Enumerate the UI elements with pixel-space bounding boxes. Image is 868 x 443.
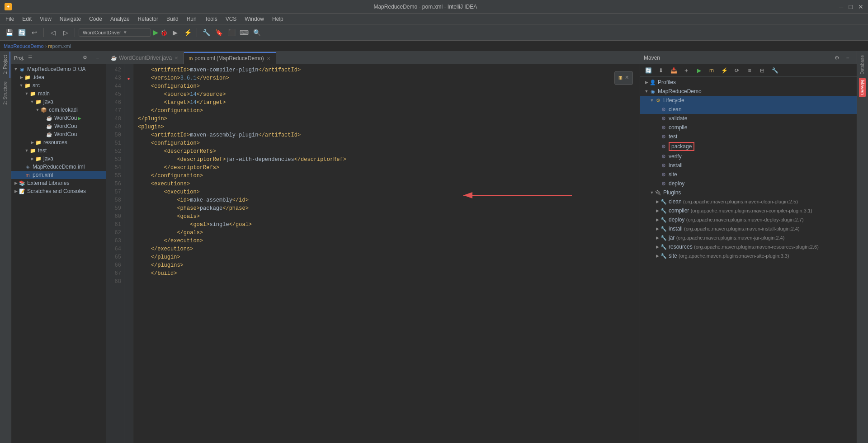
- forward-button[interactable]: ▷: [60, 27, 71, 38]
- back-button[interactable]: ◁: [47, 27, 58, 38]
- maven-compile[interactable]: ⚙ compile: [640, 123, 857, 132]
- bookmark-button[interactable]: 🔖: [213, 27, 224, 38]
- titlebar-controls[interactable]: ─ □ ✕: [839, 3, 863, 10]
- menu-analyze[interactable]: Analyze: [107, 15, 133, 23]
- maven-deploy[interactable]: ⚙ deploy: [640, 179, 857, 188]
- maven-m-button[interactable]: m: [706, 65, 717, 76]
- menu-code[interactable]: Code: [85, 15, 106, 23]
- maven-plugins[interactable]: ▼ 🔌 Plugins: [640, 188, 857, 197]
- maven-lifecycle[interactable]: ▼ ⚙ Lifecycle: [640, 96, 857, 105]
- menu-build[interactable]: Build: [163, 15, 182, 23]
- vtab-maven[interactable]: Maven: [859, 78, 866, 97]
- menu-window[interactable]: Window: [241, 15, 268, 23]
- maven-generate-button[interactable]: ⟳: [731, 65, 742, 76]
- menu-run[interactable]: Run: [183, 15, 200, 23]
- menu-edit[interactable]: Edit: [19, 15, 35, 23]
- menu-view[interactable]: View: [36, 15, 55, 23]
- breadcrumb-file[interactable]: pom.xml: [52, 43, 71, 49]
- vtab-structure[interactable]: 2: Structure: [1, 78, 10, 108]
- maven-run-button[interactable]: ▶: [693, 65, 704, 76]
- menu-help[interactable]: Help: [269, 15, 287, 23]
- menu-file[interactable]: File: [2, 15, 18, 23]
- debug-button[interactable]: 🐞: [160, 29, 168, 36]
- maven-validate[interactable]: ⚙ validate: [640, 114, 857, 123]
- sidebar-settings-button[interactable]: ⚙: [80, 52, 90, 63]
- run-config-selector[interactable]: WordCountDriver ▼: [79, 28, 151, 37]
- tree-item-resources[interactable]: ▶ 📁 resources: [11, 138, 106, 146]
- tree-item-idea[interactable]: ▶ 📁 .idea: [11, 73, 106, 81]
- settings-button[interactable]: 🔧: [201, 27, 212, 38]
- menu-vcs[interactable]: VCS: [222, 15, 241, 23]
- maven-plugin-compiler[interactable]: ▶ 🔧 compiler (org.apache.maven.plugins:m…: [640, 206, 857, 215]
- maven-package[interactable]: ⚙ package: [640, 141, 857, 152]
- maven-plugin-site[interactable]: ▶ 🔧 site (org.apache.maven.plugins:maven…: [640, 251, 857, 260]
- tree-item-main[interactable]: ▼ 📁 main: [11, 90, 106, 98]
- maximize-button[interactable]: □: [849, 3, 853, 10]
- minimize-button[interactable]: ─: [839, 3, 844, 10]
- sync-button[interactable]: 🔄: [16, 27, 27, 38]
- maven-profiles[interactable]: ▶ 👤 Profiles: [640, 78, 857, 87]
- menu-refactor[interactable]: Refactor: [134, 15, 162, 23]
- coverage-button[interactable]: ▶̲: [170, 27, 180, 38]
- tree-item-java-1[interactable]: ☕ WordCou ▶: [11, 114, 106, 122]
- vtab-project[interactable]: 1: Project: [1, 52, 10, 78]
- tree-item-ext-libs[interactable]: ▶ 📚 External Libraries: [11, 179, 106, 187]
- maven-import-button[interactable]: 📥: [668, 65, 679, 76]
- maven-arrow: ▼: [644, 89, 649, 94]
- vtab-database[interactable]: Database: [858, 52, 868, 78]
- maven-plugin-jar[interactable]: ▶ 🔧 jar (org.apache.maven.plugins:maven-…: [640, 233, 857, 242]
- maven-add-button[interactable]: +: [681, 65, 692, 76]
- maven-wrench-button[interactable]: 🔧: [769, 65, 780, 76]
- tree-item-pom[interactable]: m pom.xml: [11, 171, 106, 179]
- menu-tools[interactable]: Tools: [201, 15, 221, 23]
- maven-collapse-all-button[interactable]: ⊟: [757, 65, 768, 76]
- maven-collapse-button[interactable]: −: [842, 52, 853, 63]
- titlebar-left: ✦: [5, 3, 12, 10]
- run-button[interactable]: ▶: [153, 28, 158, 37]
- tree-item-iml[interactable]: ◈ MapReduceDemo.iml: [11, 163, 106, 171]
- maven-test[interactable]: ⚙ test: [640, 132, 857, 141]
- breadcrumb-project[interactable]: MapReduceDemo: [4, 43, 44, 49]
- toolbar-separator-1: [43, 28, 44, 37]
- tab-close-pom[interactable]: ✕: [266, 56, 271, 61]
- menu-navigate[interactable]: Navigate: [56, 15, 85, 23]
- tab-pom[interactable]: m pom.xml (MapReduceDemo) ✕: [184, 52, 276, 64]
- hint-close[interactable]: ×: [625, 73, 629, 83]
- tree-item-scratches[interactable]: ▶ 📝 Scratches and Consoles: [11, 187, 106, 195]
- maven-plugin-resources[interactable]: ▶ 🔧 resources (org.apache.maven.plugins:…: [640, 242, 857, 251]
- sidebar-collapse-button[interactable]: −: [92, 52, 103, 63]
- maven-plugin-clean[interactable]: ▶ 🔧 clean (org.apache.maven.plugins:mave…: [640, 197, 857, 206]
- code-editor[interactable]: <artifactId>maven-compiler-plugin</artif…: [133, 64, 640, 443]
- tree-item-java-3[interactable]: ☕ WordCou: [11, 130, 106, 138]
- maven-plugin-deploy[interactable]: ▶ 🔧 deploy (org.apache.maven.plugins:mav…: [640, 215, 857, 224]
- maven-project[interactable]: ▼ ◉ MapReduceDemo: [640, 87, 857, 96]
- plugin-folder-icon: 🔧: [660, 225, 667, 232]
- tree-item-java-test[interactable]: ▶ 📁 java: [11, 155, 106, 163]
- tree-item-src[interactable]: ▼ 📁 src: [11, 81, 106, 90]
- tree-item-package[interactable]: ▼ 📦 com.leokadi: [11, 106, 106, 114]
- hint-popup[interactable]: m ×: [614, 71, 633, 85]
- profile-button[interactable]: ⚡: [182, 27, 193, 38]
- tree-item-root[interactable]: ▼ ◉ MapReduceDemo D:\JA: [11, 65, 106, 73]
- tree-item-test[interactable]: ▼ 📁 test: [11, 146, 106, 155]
- undo-button[interactable]: ↩: [29, 27, 40, 38]
- maven-verify[interactable]: ⚙ verify: [640, 152, 857, 161]
- tree-item-java-main[interactable]: ▼ 📁 java: [11, 98, 106, 106]
- terminal-button[interactable]: ⌨: [239, 27, 250, 38]
- maven-refresh-button[interactable]: 🔄: [643, 65, 654, 76]
- tab-close-wordcount[interactable]: ✕: [174, 56, 179, 61]
- tree-item-java-2[interactable]: ☕ WordCou: [11, 122, 106, 130]
- maven-install[interactable]: ⚙ install: [640, 161, 857, 170]
- maven-toggle-button[interactable]: ≡: [744, 65, 755, 76]
- close-button[interactable]: ✕: [858, 3, 863, 10]
- maven-skip-button[interactable]: ⚡: [719, 65, 730, 76]
- save-all-button[interactable]: 💾: [4, 27, 14, 38]
- layout-button[interactable]: ⬛: [226, 27, 237, 38]
- maven-clean[interactable]: ⚙ clean: [640, 105, 857, 114]
- maven-plugin-install[interactable]: ▶ 🔧 install (org.apache.maven.plugins:ma…: [640, 224, 857, 233]
- maven-download-button[interactable]: ⬇: [656, 65, 666, 76]
- tab-wordcount[interactable]: ☕ WordCountDriver.java ✕: [106, 52, 184, 64]
- maven-settings-button[interactable]: ⚙: [831, 52, 842, 63]
- search-everywhere-button[interactable]: 🔍: [251, 27, 262, 38]
- maven-site[interactable]: ⚙ site: [640, 170, 857, 179]
